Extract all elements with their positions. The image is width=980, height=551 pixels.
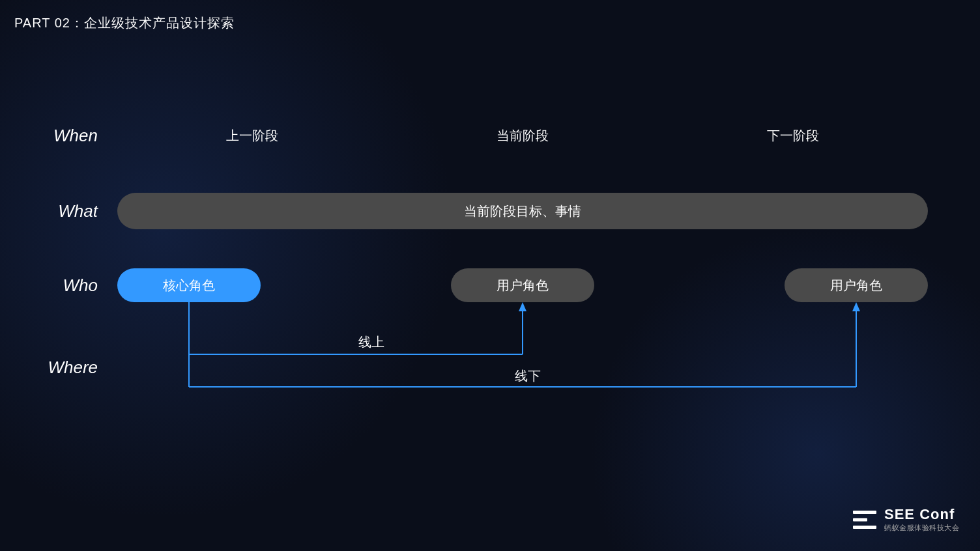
where-label: Where <box>39 358 117 378</box>
part-label: PART 02：企业级技术产品设计探索 <box>14 14 235 32</box>
chevron-pipeline: 上一阶段 当前阶段 下一阶段 <box>117 117 928 154</box>
what-content: 当前阶段目标、事情 <box>117 193 928 229</box>
see-conf-text-block: SEE Conf 蚂蚁金服体验科技大会 <box>884 506 959 533</box>
who-pill-user1-text: 用户角色 <box>497 277 549 294</box>
who-pill-user2: 用户角色 <box>785 268 928 302</box>
where-section: Where 线上 线下 <box>39 302 928 432</box>
what-pill: 当前阶段目标、事情 <box>117 193 928 229</box>
who-label: Who <box>39 276 117 296</box>
who-pills-container: 核心角色 用户角色 用户角色 <box>117 268 928 302</box>
connector-online-label: 线上 <box>358 335 384 349</box>
chevron-prev: 上一阶段 <box>117 117 388 154</box>
when-content: 上一阶段 当前阶段 下一阶段 <box>117 117 928 154</box>
who-pill-user2-text: 用户角色 <box>830 277 882 294</box>
see-conf-logo: SEE Conf 蚂蚁金服体验科技大会 <box>852 506 959 533</box>
chevron-current: 当前阶段 <box>388 117 658 154</box>
svg-rect-1 <box>853 518 867 521</box>
who-pill-core: 核心角色 <box>117 268 261 302</box>
svg-rect-0 <box>853 511 876 514</box>
what-text: 当前阶段目标、事情 <box>464 203 581 220</box>
connector-offline-arrow <box>852 302 860 311</box>
connector-offline-label: 线下 <box>515 369 541 383</box>
what-label: What <box>39 201 117 221</box>
chevron-next-text: 下一阶段 <box>767 127 819 145</box>
chevron-next: 下一阶段 <box>657 117 928 154</box>
see-conf-icon <box>852 509 878 530</box>
who-row: Who 核心角色 用户角色 用户 <box>39 268 928 302</box>
connector-svg: 线上 线下 <box>117 302 928 432</box>
when-label: When <box>39 126 117 146</box>
connector-online-arrow <box>519 302 526 311</box>
who-pill-core-text: 核心角色 <box>163 277 215 294</box>
when-row: When 上一阶段 当前阶段 下一阶段 <box>39 117 928 154</box>
chevron-prev-text: 上一阶段 <box>226 127 278 145</box>
what-row: What 当前阶段目标、事情 <box>39 193 928 229</box>
see-conf-main-text: SEE Conf <box>884 506 955 523</box>
who-content: 核心角色 用户角色 用户角色 <box>117 268 928 302</box>
see-conf-sub-text: 蚂蚁金服体验科技大会 <box>884 523 959 533</box>
svg-rect-2 <box>853 526 876 529</box>
chevron-current-text: 当前阶段 <box>497 127 549 145</box>
who-pill-user1: 用户角色 <box>451 268 594 302</box>
